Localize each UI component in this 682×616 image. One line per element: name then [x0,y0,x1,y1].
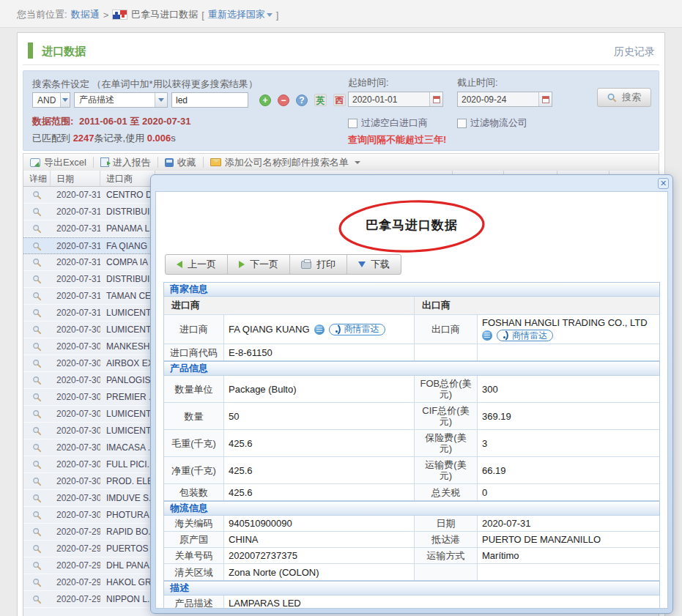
chevron-down-icon[interactable] [155,93,167,107]
date-cell: 2020-07-30 [51,459,100,470]
business-radar-badge[interactable]: 商情雷达 [497,330,553,341]
magnifier-icon[interactable] [32,291,42,301]
magnifier-icon[interactable] [32,459,42,470]
importer-cell: DISTRIBUI... [100,207,155,217]
section-merchant-table: 进口商 出口商 进口商 FA QIANG KUANG 商情雷达 [163,296,660,361]
breadcrumb-prefix: 您当前位置: [17,8,67,21]
magnifier-icon[interactable] [32,560,42,571]
reselect-country-link[interactable]: 重新选择国家 [208,8,273,21]
search-button[interactable]: 搜索 [597,88,651,107]
search-field-select[interactable]: 产品描述 [74,92,168,108]
product-value: 50 [224,403,415,430]
importer-cell: IMDUVE S.A [100,493,155,503]
magnifier-icon[interactable] [32,274,42,284]
bool-operator-select[interactable]: AND [32,92,70,108]
logistics-label [415,564,478,580]
calendar-icon[interactable] [538,92,552,106]
matched-records-line: 已匹配到 2247条记录,使用 0.006s [32,132,176,145]
importer-cell: NIPPON L... [100,594,155,604]
product-label: 数量 [164,403,224,430]
magnifier-icon[interactable] [32,375,42,385]
prev-page-button[interactable]: 上一页 [166,255,228,274]
print-button[interactable]: 打印 [290,255,347,274]
product-label: 净重(千克) [164,457,224,484]
date-cell: 2020-07-31 [51,308,100,318]
importer-subheader: 进口商 [164,297,415,315]
date-cell: 2020-07-29 [51,543,100,554]
magnifier-icon[interactable] [32,240,42,251]
importer-code-label: 进口商代码 [164,344,224,360]
header-date[interactable]: 日期 [51,171,100,186]
date-cell: 2020-07-30 [51,324,100,335]
chevron-down-icon[interactable] [60,93,70,107]
end-date-input[interactable]: 2020-09-24 [457,92,552,107]
magnifier-icon[interactable] [32,308,42,318]
magnifier-icon[interactable] [32,426,42,436]
section-description-title: 描述 [163,581,660,595]
date-cell: 2020-07-30 [51,392,100,402]
magnifier-icon[interactable] [32,442,42,453]
magnifier-icon[interactable] [32,358,42,368]
magnifier-icon[interactable] [32,493,42,503]
magnifier-icon[interactable] [32,476,42,486]
section-logistics-title: 物流信息 [163,501,660,515]
importer-cell: PROD. ELE... [100,476,155,486]
calendar-icon[interactable] [429,92,442,106]
logistics-value [478,564,659,580]
magnifier-icon[interactable] [32,409,42,419]
globe-icon[interactable] [314,324,325,335]
lang-english-button[interactable]: 英 [314,94,327,106]
lang-spanish-button[interactable]: 西 [333,94,346,106]
magnifier-icon[interactable] [32,594,42,604]
favorite-button[interactable]: 收藏 [158,156,203,169]
start-date-input[interactable]: 2020-01-01 [348,92,443,107]
magnifier-icon[interactable] [32,257,42,267]
header-importer[interactable]: 进口商 [100,171,155,186]
filter-blank-importer-checkbox[interactable] [348,119,357,128]
matched-suffix: s [171,133,176,144]
detail-cell [23,291,51,301]
date-cell: 2020-07-31 [51,223,100,234]
date-cell: 2020-07-31 [51,274,100,284]
magnifier-icon[interactable] [32,510,42,520]
detail-cell [23,207,51,217]
add-condition-button[interactable]: + [259,94,271,106]
date-cell: 2020-07-31 [51,207,100,217]
next-page-button[interactable]: 下一页 [228,255,290,274]
header-detail[interactable]: 详细 [23,171,51,186]
importer-value-cell: FA QIANG KUANG 商情雷达 [224,315,415,344]
download-button[interactable]: 下载 [347,255,401,274]
magnifier-icon[interactable] [32,527,42,537]
business-radar-badge[interactable]: 商情雷达 [329,324,385,335]
globe-icon[interactable] [482,330,492,341]
magnifier-icon[interactable] [32,392,42,402]
radar-icon [335,326,342,333]
reselect-country-label: 重新选择国家 [208,8,265,21]
detail-cell [23,493,51,503]
filter-logistics-checkbox[interactable] [457,119,467,128]
keyword-input[interactable] [171,92,248,108]
logistics-row: 海关编码940510900090日期2020-07-31 [164,516,659,532]
add-mail-list-button[interactable]: 添加公司名称到邮件搜索名单 [204,156,367,169]
magnifier-icon[interactable] [32,207,42,217]
magnifier-icon[interactable] [32,577,42,587]
help-button[interactable]: ? [296,94,308,106]
history-link[interactable]: 历史记录 [614,45,655,59]
enter-report-button[interactable]: 进入报告 [94,156,157,169]
arrow-down-icon [358,261,366,267]
logistics-label: 关单号码 [164,548,224,564]
remove-condition-button[interactable]: − [278,94,289,106]
magnifier-icon[interactable] [32,324,42,335]
logistics-value: Zona Norte (COLON) [224,564,415,580]
magnifier-icon[interactable] [32,341,42,352]
magnifier-icon[interactable] [32,223,42,234]
magnifier-icon[interactable] [32,190,42,200]
export-excel-button[interactable]: 导出Excel [23,156,93,169]
magnifier-icon[interactable] [32,543,42,554]
breadcrumb-home-link[interactable]: 数据通 [71,8,100,21]
importer-cell: AIRBOX EX... [100,358,155,368]
detail-cell [23,240,51,251]
close-icon[interactable]: ✕ [658,178,669,189]
grid-toolbar: 导出Excel 进入报告 收藏 添加公司名称到邮件搜索名单 [23,153,659,171]
detail-cell [23,358,51,368]
